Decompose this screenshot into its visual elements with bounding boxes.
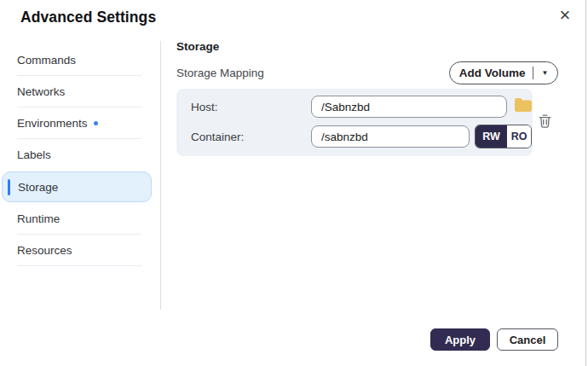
ro-toggle[interactable]: RO: [507, 125, 531, 148]
sidebar-item-label: Resources: [17, 244, 72, 257]
folder-icon[interactable]: [514, 97, 532, 115]
container-label: Container:: [191, 131, 244, 143]
access-mode-toggle: RW RO: [475, 125, 532, 148]
host-input[interactable]: [311, 96, 507, 118]
close-icon[interactable]: ×: [554, 3, 576, 27]
sidebar-item-label: Networks: [17, 85, 65, 98]
sidebar-item-commands[interactable]: Commands: [0, 44, 153, 76]
sidebar-item-label: Storage: [18, 181, 58, 194]
sidebar: CommandsNetworksEnvironmentsLabelsStorag…: [0, 44, 153, 266]
add-volume-button[interactable]: Add Volume ▼: [449, 61, 558, 84]
add-volume-label: Add Volume: [459, 67, 526, 79]
cancel-button[interactable]: Cancel: [497, 328, 558, 351]
section-title: Storage: [176, 40, 219, 53]
sidebar-item-label: Environments: [17, 117, 88, 130]
chevron-down-icon[interactable]: ▼: [541, 70, 548, 77]
window-edge: [585, 0, 586, 366]
storage-mapping-label: Storage Mapping: [176, 67, 264, 79]
sidebar-item-label: Commands: [17, 54, 76, 67]
page-title: Advanced Settings: [20, 9, 156, 26]
volume-mapping-panel: Host: Container: RW RO: [176, 89, 533, 156]
sidebar-item-networks[interactable]: Networks: [0, 76, 153, 107]
sidebar-item-runtime[interactable]: Runtime: [0, 203, 153, 235]
notification-dot: [94, 121, 98, 125]
trash-icon[interactable]: [536, 113, 553, 131]
sidebar-item-labels[interactable]: Labels: [0, 139, 153, 171]
selected-indicator-bar: [8, 179, 10, 195]
sidebar-item-label: Runtime: [17, 212, 60, 225]
rw-toggle[interactable]: RW: [476, 125, 507, 148]
sidebar-item-resources[interactable]: Resources: [0, 235, 153, 266]
button-divider: [533, 67, 533, 79]
container-input[interactable]: [311, 125, 470, 148]
sidebar-item-environments[interactable]: Environments: [0, 107, 153, 139]
sidebar-item-storage[interactable]: Storage: [2, 171, 152, 202]
host-label: Host:: [191, 101, 218, 113]
sidebar-item-label: Labels: [17, 148, 51, 161]
apply-button[interactable]: Apply: [430, 328, 490, 351]
sidebar-main-divider: [160, 41, 161, 310]
